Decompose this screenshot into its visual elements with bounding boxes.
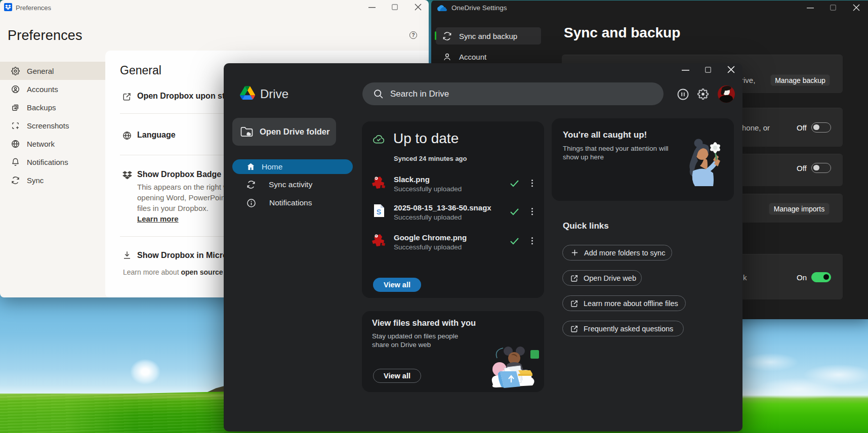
svg-text:S: S <box>377 208 381 216</box>
